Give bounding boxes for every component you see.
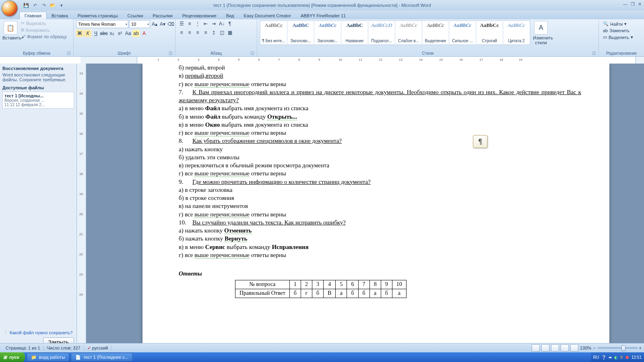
zoom-level[interactable]: 130%: [580, 346, 591, 350]
vertical-ruler[interactable]: 131415161718192021222324: [77, 64, 86, 349]
start-button[interactable]: ⊞пуск: [0, 352, 25, 362]
dialog-launcher-icon[interactable]: ◲: [66, 51, 71, 56]
view-outline-button[interactable]: [561, 344, 569, 352]
floating-pilcrow-icon[interactable]: ¶: [473, 135, 487, 148]
font-name-combo[interactable]: Times New Roman: [76, 20, 128, 28]
highlight-button[interactable]: ab: [132, 30, 140, 37]
change-styles-button[interactable]: А Изменить стили: [533, 20, 549, 45]
bullets-button[interactable]: ☰: [178, 20, 185, 27]
sort-button[interactable]: A↓: [218, 20, 225, 27]
font-color-button[interactable]: A: [140, 30, 148, 37]
taskbar-item[interactable]: 📁ворд работы: [27, 353, 70, 362]
shading-button[interactable]: ◫: [218, 29, 225, 36]
minimize-button[interactable]: —: [623, 2, 627, 7]
qat-open-icon[interactable]: 📂: [49, 2, 56, 9]
borders-button[interactable]: ▦: [226, 29, 233, 36]
superscript-button[interactable]: x²: [116, 30, 124, 37]
zoom-slider[interactable]: [597, 347, 638, 349]
change-case-button[interactable]: Aa: [124, 30, 132, 37]
tab-review[interactable]: Рецензирование: [178, 12, 221, 19]
style-item[interactable]: AaBbCcЗаголово...: [314, 21, 341, 44]
line-spacing-button[interactable]: ‡: [210, 29, 217, 36]
style-item[interactable]: AaBbCcDПодзагол...: [368, 21, 395, 44]
style-item[interactable]: AaBbCc¶ Без инте...: [260, 21, 287, 44]
taskbar-item[interactable]: 📄тест 1 (Последнее с...: [71, 353, 133, 362]
tab-view[interactable]: Вид: [221, 12, 239, 19]
style-item[interactable]: AaBbCЗаголово...: [287, 21, 314, 44]
tab-edc[interactable]: Easy Document Creator: [239, 12, 296, 19]
dialog-launcher-icon[interactable]: ◲: [168, 51, 173, 56]
tray-icon[interactable]: ◐: [614, 355, 618, 360]
panel-title: Восстановление документа: [2, 66, 74, 71]
strike-button[interactable]: abc: [100, 30, 107, 37]
tab-refs[interactable]: Ссылки: [123, 12, 148, 19]
find-button[interactable]: 🔍Найти▾: [601, 21, 642, 27]
replace-button[interactable]: abЗаменить: [601, 28, 642, 33]
paste-button[interactable]: 📋 Вставить: [2, 20, 19, 40]
style-item[interactable]: AaBbCcСильное ...: [449, 21, 476, 44]
document-area[interactable]: б) первый, второй в) первый,второй г) вс…: [86, 64, 644, 349]
tray-clock[interactable]: 12:51: [632, 355, 642, 360]
copy-button[interactable]: ⧉Копировать: [20, 27, 68, 33]
view-read-button[interactable]: [541, 344, 549, 352]
zoom-in-button[interactable]: +: [639, 346, 642, 350]
style-item[interactable]: AaBbCcСтрогий: [476, 21, 503, 44]
dialog-launcher-icon[interactable]: ◲: [250, 51, 254, 56]
which-file-link[interactable]: ❔Какой файл нужно сохранить?: [2, 330, 74, 335]
status-words[interactable]: Число слов: 327: [44, 346, 84, 350]
style-item[interactable]: AaBbCcСлабое в...: [395, 21, 422, 44]
page[interactable]: б) первый, второй в) первый,второй г) вс…: [142, 64, 609, 349]
qat-redo-icon[interactable]: ↷: [40, 2, 47, 9]
qat-undo-icon[interactable]: ↶: [31, 2, 39, 9]
tray-icon[interactable]: ⬌: [609, 355, 612, 360]
style-item[interactable]: AaBbCcВыделение: [422, 21, 449, 44]
font-size-combo[interactable]: 10: [129, 20, 150, 28]
bold-button[interactable]: Ж: [76, 30, 83, 37]
format-painter-button[interactable]: 🖌Формат по образцу: [20, 34, 68, 39]
indent-dec-button[interactable]: ⇤: [202, 20, 209, 27]
recovered-file-item[interactable]: тест 1 [Исходны... Версия, созданная ...…: [2, 92, 74, 109]
underline-button[interactable]: Ч: [92, 30, 99, 37]
clear-format-icon[interactable]: ⌫: [167, 21, 174, 28]
status-page[interactable]: Страница: 1 из 1: [2, 346, 44, 350]
view-web-button[interactable]: [551, 344, 559, 352]
system-tray[interactable]: RU ❔ ⬌ ◐ K ⬣ 12:51: [591, 352, 644, 362]
tab-home[interactable]: Главная: [19, 12, 47, 19]
view-print-button[interactable]: [532, 344, 540, 352]
align-right-button[interactable]: ≡: [194, 29, 201, 36]
shrink-font-icon[interactable]: A▾: [159, 21, 166, 28]
tab-abbyy[interactable]: ABBYY FineReader 11: [296, 12, 351, 19]
maximize-button[interactable]: ❐: [631, 2, 635, 7]
align-center-button[interactable]: ≡: [186, 29, 193, 36]
status-lang[interactable]: ✓ русский: [84, 346, 112, 351]
tab-layout[interactable]: Разметка страницы: [73, 12, 123, 19]
tray-icon[interactable]: ❔: [601, 355, 606, 360]
style-item[interactable]: AaBbCcЦитата 2: [503, 21, 530, 44]
tray-icon[interactable]: ⬣: [625, 355, 629, 360]
tray-icon[interactable]: K: [620, 355, 623, 360]
grow-font-icon[interactable]: A▴: [151, 21, 158, 28]
tray-lang[interactable]: RU: [593, 355, 599, 360]
subscript-button[interactable]: x₂: [108, 30, 116, 37]
numbering-button[interactable]: ≡: [186, 20, 193, 27]
cut-button[interactable]: ✂Вырезать: [20, 20, 68, 26]
zoom-out-button[interactable]: −: [593, 346, 595, 350]
office-button[interactable]: [2, 0, 18, 16]
qat-more-icon[interactable]: ▾: [58, 2, 65, 9]
italic-button[interactable]: К: [84, 30, 91, 37]
qat-save-icon[interactable]: 💾: [23, 2, 30, 9]
indent-inc-button[interactable]: ⇥: [210, 20, 217, 27]
view-draft-button[interactable]: [570, 344, 578, 352]
tab-insert[interactable]: Вставка: [47, 12, 73, 19]
title-bar: 💾 ↶ ↷ 📂 ▾ тест 1 (Последнее сохранение п…: [0, 0, 644, 10]
close-button[interactable]: ✕: [638, 2, 642, 7]
dialog-launcher-icon[interactable]: ◲: [591, 51, 596, 56]
style-item[interactable]: AaBbCНазвание: [341, 21, 368, 44]
select-button[interactable]: ▭Выделить▾: [601, 34, 642, 40]
pilcrow-button[interactable]: ¶: [226, 20, 233, 27]
justify-button[interactable]: ≡: [202, 29, 209, 36]
multilevel-button[interactable]: ⋮: [194, 20, 201, 27]
styles-gallery[interactable]: AaBbCc¶ Без инте... AaBbCЗаголово... AaB…: [260, 20, 530, 45]
align-left-button[interactable]: ≡: [178, 29, 185, 36]
tab-mail[interactable]: Рассылки: [148, 12, 177, 19]
